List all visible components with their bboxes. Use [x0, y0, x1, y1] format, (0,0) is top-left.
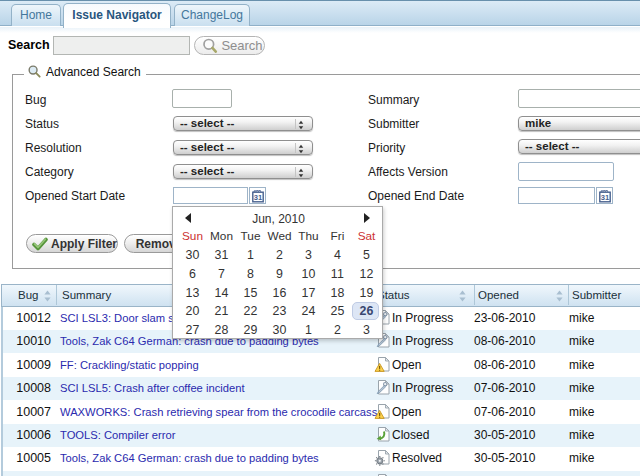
svg-text:31: 31	[601, 193, 610, 202]
svg-text:31: 31	[254, 193, 263, 202]
